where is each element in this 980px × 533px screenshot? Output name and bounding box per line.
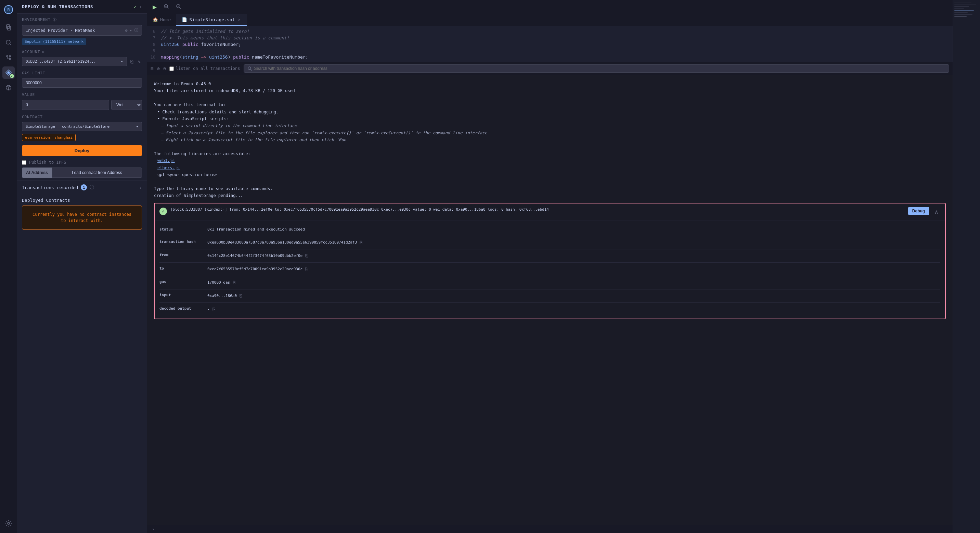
logo-icon[interactable]: R: [2, 3, 15, 16]
tabs-bar: 🏠 Home 📄 SimpleStorage.sol ✕: [147, 14, 953, 26]
tx-count: 0: [163, 66, 166, 71]
git-icon[interactable]: [2, 51, 15, 64]
lib1-link[interactable]: web3.js: [158, 157, 946, 164]
publish-ipfs-checkbox[interactable]: [22, 160, 26, 165]
type-info-text: Type the library name to see available c…: [154, 185, 946, 192]
deploy-panel: DEPLOY & RUN TRANSACTIONS ✓ › ENVIRONMEN…: [17, 0, 147, 533]
tx-hash-val: 0xea600b39e483000a7587c0a788a936a130ed9a…: [207, 239, 940, 246]
contract-dropdown-icon[interactable]: ▾: [136, 124, 138, 129]
bottom-expand-icon[interactable]: ›: [152, 527, 155, 531]
creation-text: creation of SimpleStorage pending...: [154, 192, 946, 199]
transactions-info-icon[interactable]: ⓘ: [90, 184, 94, 190]
collapse-icon[interactable]: ∧: [932, 207, 940, 217]
file-tab-label: SimpleStorage.sol: [189, 17, 235, 22]
env-settings-icon[interactable]: ⚙: [125, 28, 127, 33]
environment-select[interactable]: Injected Provider - MetaMask ⚙ ▾ ⓘ: [22, 25, 142, 36]
transactions-expand-icon[interactable]: ›: [139, 185, 142, 190]
svg-point-14: [8, 522, 10, 525]
svg-line-23: [250, 69, 252, 70]
search-sidebar-icon[interactable]: [2, 36, 15, 49]
dash2-text: – Select a Javascript file in the file e…: [161, 129, 946, 136]
decoded-val: - ⎘: [207, 306, 940, 313]
check-icon[interactable]: ✓: [134, 4, 137, 9]
settings-icon[interactable]: [2, 517, 15, 530]
copy-decoded-icon[interactable]: ⎘: [213, 306, 215, 313]
copy-input-icon[interactable]: ⎘: [240, 292, 242, 300]
tx-hash-text: [block:5333887 txIndex:-] from: 0x144...…: [170, 207, 905, 213]
tx-result-header: ✓ [block:5333887 txIndex:-] from: 0x144.…: [155, 203, 945, 221]
debug-icon[interactable]: [2, 81, 15, 94]
storage-info-text: Your files are stored in indexedDB, 4.78…: [154, 87, 946, 94]
bullet2-text: • Execute JavaScript scripts:: [158, 115, 946, 122]
copy-gas-icon[interactable]: ⎘: [233, 279, 235, 286]
search-input[interactable]: [254, 66, 945, 71]
tab-simplestorage[interactable]: 📄 SimpleStorage.sol ✕: [176, 14, 247, 26]
debug-button[interactable]: Debug: [908, 207, 929, 215]
svg-point-22: [248, 67, 251, 70]
copy-account-icon[interactable]: ⎘: [129, 57, 134, 66]
play-button[interactable]: ▶: [151, 2, 159, 12]
bottom-bar: ›: [147, 525, 953, 533]
deploy-run-icon[interactable]: ✓: [2, 67, 15, 79]
account-value: 0xb82...c428f (2.59621451924...: [25, 59, 96, 64]
listen-checkbox[interactable]: [169, 67, 174, 71]
search-icon: [247, 66, 252, 71]
no-contracts-box: Currently you have no contract instances…: [22, 206, 142, 230]
lib2-link[interactable]: ethers.js: [158, 164, 946, 171]
deployed-contracts-section: Deployed Contracts Currently you have no…: [22, 198, 142, 230]
network-badge: Sepolia (11155111) network: [22, 38, 86, 45]
tab-close-icon[interactable]: ✕: [237, 17, 241, 22]
tx-bar-collapse-icon[interactable]: ⊞: [151, 66, 153, 71]
publish-ipfs-label: Publish to IPFS: [29, 160, 66, 165]
environment-label: ENVIRONMENT ⓘ: [17, 14, 147, 24]
env-info-icon[interactable]: ⓘ: [134, 27, 138, 33]
contract-label: CONTRACT: [17, 111, 147, 121]
transactions-section[interactable]: Transactions recorded 1 ⓘ ›: [22, 184, 142, 190]
tx-detail-table: status 0x1 Transaction mined and executi…: [155, 221, 945, 319]
expand-icon[interactable]: ›: [139, 4, 142, 9]
code-line-7: 7 // <- This means that this section is …: [147, 35, 953, 41]
to-key: to: [159, 265, 207, 272]
decoded-key: decoded output: [159, 306, 207, 312]
search-box[interactable]: [243, 64, 949, 73]
account-info-icon[interactable]: ⊕: [42, 49, 45, 54]
value-input[interactable]: [22, 100, 109, 110]
tx-bar-clear-icon[interactable]: ⊘: [157, 66, 159, 71]
account-dropdown-icon[interactable]: ▾: [121, 59, 123, 64]
svg-point-6: [6, 56, 8, 57]
status-val: 0x1 Transaction mined and execution succ…: [207, 227, 940, 233]
copy-txhash-icon[interactable]: ⎘: [360, 239, 363, 246]
tx-input-row: input 0xa90...186a0 ⎘: [159, 289, 940, 303]
transaction-bar: ⊞ ⊘ 0 listen on all transactions: [147, 62, 953, 75]
minimap: [953, 0, 980, 533]
env-dropdown-icon[interactable]: ▾: [130, 28, 132, 33]
zoom-out-button[interactable]: [174, 2, 183, 12]
load-contract-button[interactable]: Load contract from Address: [52, 168, 142, 178]
contract-value: SimpleStorage - contracts/SimpleStore: [25, 124, 110, 129]
to-val: 0xec7f6535570cf5d7c70091ea9a3952c29aee93…: [207, 265, 940, 273]
top-toolbar: ▶: [147, 0, 953, 14]
edit-account-icon[interactable]: ✎: [137, 57, 142, 66]
environment-value: Injected Provider - MetaMask: [25, 28, 95, 33]
svg-line-16: [167, 7, 169, 8]
code-area: 6 // This gets initialized to zero! 7 //…: [147, 26, 953, 62]
deploy-button[interactable]: Deploy: [22, 145, 142, 156]
value-unit-select[interactable]: Wei Gwei Ether: [111, 100, 142, 110]
deployed-contracts-title: Deployed Contracts: [22, 198, 142, 203]
svg-point-7: [9, 58, 11, 60]
panel-scroll-area: ENVIRONMENT ⓘ Injected Provider - MetaMa…: [17, 14, 147, 533]
copy-to-icon[interactable]: ⎘: [305, 265, 308, 273]
at-address-button[interactable]: At Address: [22, 168, 52, 178]
svg-point-10: [8, 72, 10, 73]
file-tab-icon: 📄: [182, 17, 187, 22]
tx-result-box: ✓ [block:5333887 txIndex:-] from: 0x144.…: [154, 203, 946, 319]
zoom-in-button[interactable]: [162, 2, 171, 12]
contract-select[interactable]: SimpleStorage - contracts/SimpleStore ▾: [22, 122, 142, 131]
files-icon[interactable]: [2, 21, 15, 34]
copy-from-icon[interactable]: ⎘: [305, 252, 308, 260]
from-val: 0x144c28e14674b644f2f3474f63b10b09dbb2ef…: [207, 252, 940, 260]
account-select[interactable]: 0xb82...c428f (2.59621451924... ▾: [22, 57, 127, 66]
gas-limit-input[interactable]: [22, 78, 142, 88]
tab-home[interactable]: 🏠 Home: [147, 14, 176, 26]
tx-to-row: to 0xec7f6535570cf5d7c70091ea9a3952c29ae…: [159, 263, 940, 276]
